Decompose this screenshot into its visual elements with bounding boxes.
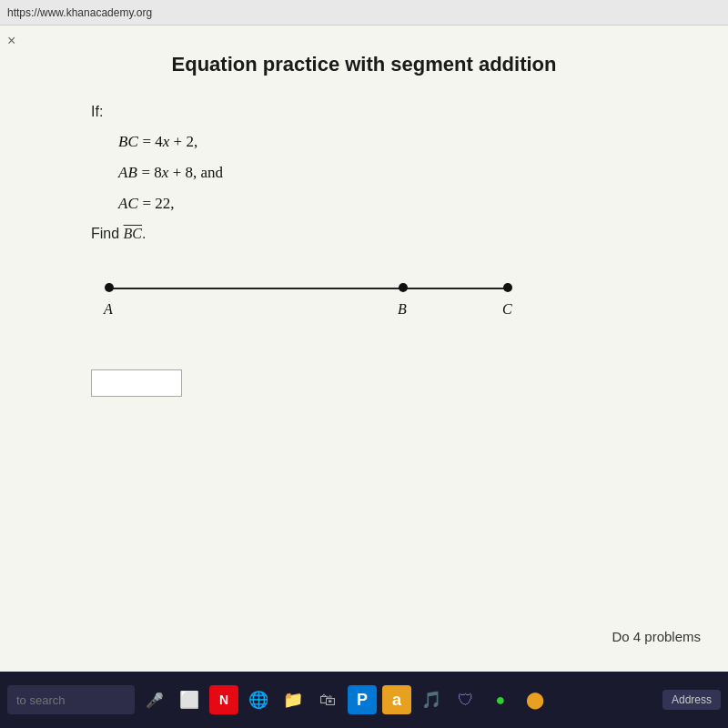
chrome-icon[interactable]: ⬤	[521, 685, 550, 714]
browser-bar: https://www.khanacademy.org	[0, 0, 728, 25]
page-title: Equation practice with segment addition	[36, 44, 692, 76]
equation-1: BC = 4x + 2,	[118, 133, 692, 151]
problem-container: If: BC = 4x + 2, AB = 8x + 8, and AC = 2…	[91, 104, 692, 242]
point-b	[399, 283, 408, 292]
equation-3: AC = 22,	[118, 195, 692, 213]
browser-url: https://www.khanacademy.org	[7, 6, 152, 19]
label-b: B	[398, 301, 407, 318]
point-a	[105, 283, 114, 292]
taskbar: 🎤 ⬜ N 🌐 📁 🛍 P a 🎵 🛡 ● ⬤ Address	[0, 672, 728, 728]
bag-icon[interactable]: 🛍	[313, 685, 342, 714]
taskbar-search-input[interactable]	[7, 685, 135, 714]
desktop-icon[interactable]: ⬜	[175, 685, 204, 714]
main-content: × Equation practice with segment additio…	[0, 25, 728, 672]
taskbar-right: Address	[662, 690, 721, 710]
point-c	[503, 283, 512, 292]
music-icon[interactable]: 🎵	[417, 685, 446, 714]
equation-2: AB = 8x + 8, and	[118, 164, 692, 182]
label-a: A	[104, 301, 113, 318]
netflix-icon[interactable]: N	[209, 685, 238, 714]
answer-input[interactable]	[91, 369, 182, 397]
edge-icon[interactable]: 🌐	[244, 685, 273, 714]
segment-line	[109, 288, 510, 289]
shield-icon[interactable]: 🛡	[451, 685, 480, 714]
mic-icon[interactable]: 🎤	[140, 685, 169, 714]
dot-icon[interactable]: ●	[486, 685, 515, 714]
answer-area	[91, 369, 692, 397]
p-icon[interactable]: P	[348, 685, 377, 714]
do-problems-label: Do 4 problems	[612, 629, 701, 644]
address-button[interactable]: Address	[662, 690, 721, 710]
find-label: Find BC.	[91, 226, 692, 242]
segment-diagram: A B C	[91, 269, 546, 342]
amazon-icon[interactable]: a	[382, 685, 411, 714]
if-label: If:	[91, 104, 692, 120]
close-button[interactable]: ×	[7, 33, 15, 49]
label-c: C	[502, 301, 512, 318]
folder-icon[interactable]: 📁	[278, 685, 308, 714]
